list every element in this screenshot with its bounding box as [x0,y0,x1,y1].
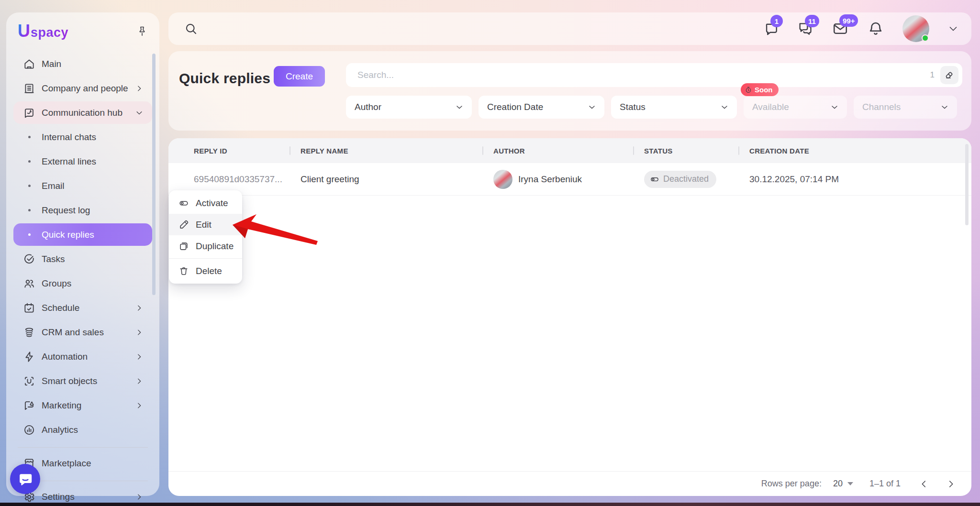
chat-badge: 1 [770,15,783,27]
sidebar-scrollbar[interactable] [152,54,156,295]
chevron-right-icon [135,352,144,361]
sidebar-item-label: External lines [42,156,96,167]
sidebar-item-label: Internal chats [42,132,96,143]
chevron-down-icon [940,102,949,112]
menu-item-activate[interactable]: Activate [169,192,242,214]
pencil-icon [178,220,189,230]
crm-stack-icon [23,326,35,339]
sidebar-divider [18,447,148,448]
smart-objects-icon [23,375,35,387]
sidebar-item-label: Email [42,181,65,191]
mail-button[interactable]: 99+ [832,20,849,37]
column-divider [290,146,290,155]
next-page-button[interactable] [944,477,958,491]
column-divider [482,146,483,155]
sidebar-nav: Main Company and people Communication hu… [6,53,159,506]
sidebar-item-internal-chats[interactable]: Internal chats [13,126,152,148]
sidebar-item-label: Main [42,59,61,69]
menu-item-edit[interactable]: Edit [169,214,242,235]
sidebar-item-analytics[interactable]: Analytics [13,418,152,441]
search-icon [184,22,198,36]
filter-label: Available [752,102,789,112]
sidebar-item-email[interactable]: Email [13,175,152,197]
filter-creation-date[interactable]: Creation Date [479,96,604,119]
window-bottom-edge [0,503,980,506]
row-context-menu: Activate Edit Duplicate Delete [169,190,242,284]
filter-status[interactable]: Status [611,96,737,119]
rows-per-page-label: Rows per page: [761,479,822,489]
sidebar-header: Uspacy [6,12,159,50]
sidebar-item-label: Marketing [42,400,81,411]
uspacy-logo[interactable]: Uspacy [18,21,68,41]
profile-chevron-down-icon[interactable] [947,23,959,34]
filter-label: Channels [862,102,901,112]
filter-available: Soon Available [744,96,847,119]
chevron-right-icon [135,493,144,501]
filter-label: Author [355,102,381,112]
sidebar-item-main[interactable]: Main [13,53,152,75]
sidebar-item-groups[interactable]: Groups [13,272,152,295]
app-root: Uspacy Main Company and people [0,0,980,506]
group-chats-badge: 11 [805,15,819,27]
sidebar-item-label: Quick replies [42,230,94,240]
create-button[interactable]: Create [274,66,325,87]
sidebar-item-company-and-people[interactable]: Company and people [13,77,152,99]
analytics-icon [23,424,35,436]
caret-down-icon [847,482,853,485]
search-input[interactable] [357,70,930,80]
sidebar-item-marketing[interactable]: Marketing [13,394,152,417]
rows-per-page-value: 20 [833,479,843,489]
chevron-right-icon [135,377,144,385]
sidebar-item-schedule[interactable]: Schedule [13,297,152,319]
sidebar-item-communication-hub[interactable]: Communication hub [13,101,152,124]
home-icon [23,58,35,70]
chevron-down-icon [720,102,729,112]
sidebar-item-request-log[interactable]: Request log [13,199,152,221]
status-badge: Deactivated [644,171,716,188]
sidebar-item-external-lines[interactable]: External lines [13,150,152,173]
rows-per-page[interactable]: Rows per page: 20 [761,479,853,489]
chat-notifications-button[interactable]: 1 [763,21,779,37]
user-avatar[interactable] [902,15,929,42]
filter-author[interactable]: Author [346,96,472,119]
table-search: 1 [346,63,962,87]
col-reply-name: REPLY NAME [301,147,348,155]
previous-page-button[interactable] [917,477,931,491]
status-label: Deactivated [663,174,709,184]
communication-hub-icon [23,107,35,119]
menu-item-label: Activate [196,198,228,209]
menu-divider [169,258,242,259]
sidebar-item-quick-replies[interactable]: Quick replies [13,223,152,246]
sidebar-item-label: Smart objects [42,376,97,386]
global-search-bar[interactable]: 1 11 99+ [168,12,971,45]
filter-channels: Channels [854,96,957,119]
sidebar-item-label: Marketplace [42,458,91,469]
clear-search-button[interactable] [940,66,958,84]
table-row[interactable]: 69540891d0335737... Client greeting Iryn… [168,163,971,196]
sidebar-item-crm-and-sales[interactable]: CRM and sales [13,321,152,343]
column-divider [738,146,739,155]
chevron-right-icon [135,328,144,337]
support-chat-launcher[interactable] [10,464,40,494]
filter-label: Creation Date [487,102,543,112]
pin-sidebar-icon[interactable] [136,25,148,37]
sidebar-item-label: Settings [42,492,75,502]
sidebar-item-tasks[interactable]: Tasks [13,248,152,270]
building-icon [23,82,35,95]
sidebar-item-label: Tasks [42,254,65,264]
bullet-icon [23,136,35,138]
duplicate-icon [178,241,189,252]
col-author: AUTHOR [493,147,525,155]
sidebar-item-automation[interactable]: Automation [13,345,152,368]
menu-item-duplicate[interactable]: Duplicate [169,235,242,257]
menu-item-delete[interactable]: Delete [169,260,242,282]
page-title: Quick replies [179,70,270,87]
table-scrollbar[interactable] [965,144,969,225]
soon-badge: Soon [741,83,779,96]
bell-button[interactable] [867,20,884,37]
chevron-right-icon [135,304,144,312]
sidebar-item-smart-objects[interactable]: Smart objects [13,370,152,392]
filter-label: Status [620,102,646,112]
group-chats-button[interactable]: 11 [797,21,813,37]
sidebar-item-label: Request log [42,205,90,216]
